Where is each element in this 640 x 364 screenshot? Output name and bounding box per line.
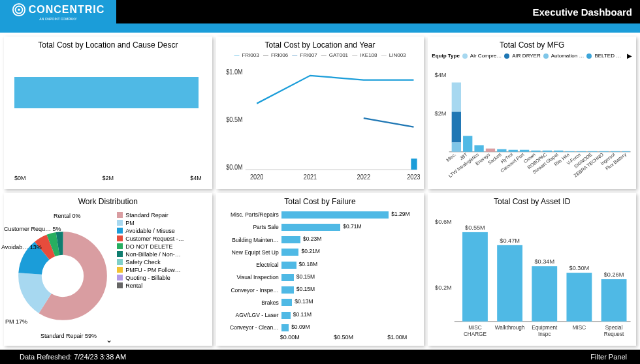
legend-swatch — [117, 220, 123, 226]
svg-text:2022: 2022 — [357, 173, 370, 181]
legend-item: PMFU - PM Follow… — [117, 266, 208, 274]
failure-name: AGV/LGV - Laser — [224, 312, 281, 318]
failure-bar — [281, 299, 293, 306]
hbar-chart: $0M $2M $4M — [8, 52, 208, 187]
legend-label: PMFU - PM Follow… — [125, 267, 181, 273]
svg-text:2020: 2020 — [250, 173, 263, 181]
mfg-chart: Equip Type Air Compre… AIR DRYER Automat… — [432, 52, 632, 187]
failure-row: Conveyor - Inspe…$0.15M — [224, 286, 421, 294]
legend-swatch — [117, 251, 123, 257]
failure-value: $0.11M — [293, 311, 312, 318]
legend-item: Quoting - Billable — [117, 274, 208, 282]
line-svg: $1.0M $0.5M $0.0M 2020 2021 2022 2023 — [220, 59, 421, 185]
failure-name: Conveyor - Clean… — [224, 324, 281, 331]
failure-name: Electrical — [224, 262, 281, 268]
mfg-svg: $4M $2M — [432, 59, 632, 185]
failure-name: Parts Sale — [224, 224, 281, 230]
failure-name: New Equipt Set Up — [224, 249, 281, 256]
failure-bar — [281, 324, 289, 331]
svg-text:$0.30M: $0.30M — [569, 265, 590, 271]
line-series-fri007 — [363, 118, 413, 127]
asset-bar — [498, 245, 523, 321]
svg-text:MISC: MISC — [573, 325, 586, 331]
svg-text:$0.34M: $0.34M — [535, 258, 555, 265]
card-title: Total Cost by Location and Cause Descr — [8, 39, 208, 52]
donut-chart: Rental 0% Customer Requ… 5% Avoidab… 13%… — [8, 209, 208, 343]
failure-value: $0.15M — [296, 273, 315, 280]
callout-rental: Rental 0% — [54, 213, 81, 219]
legend-label: Rental — [125, 282, 142, 289]
svg-text:$0.26M: $0.26M — [604, 271, 624, 278]
legend-more-icon[interactable]: ▶ — [627, 52, 632, 59]
asset-bar — [601, 279, 627, 322]
mfg-legend: Equip Type Air Compre… AIR DRYER Automat… — [432, 52, 632, 59]
x-tick: $0M — [14, 175, 26, 181]
svg-rect-30 — [611, 151, 620, 152]
card-cost-location-year[interactable]: Total Cost by Location and Year —FRI003 … — [216, 37, 424, 189]
svg-rect-26 — [566, 151, 575, 152]
filter-panel-button[interactable]: Filter Panel — [590, 353, 627, 361]
legend-item: Customer Request -… — [117, 235, 208, 243]
legend-label: PM — [125, 220, 135, 226]
line-chart: —FRI003 —FRI006 —FRI007 —GAT001 —IKE108 … — [220, 52, 421, 187]
x-tick: $4M — [190, 175, 202, 181]
legend-item: GAT001 — [329, 52, 348, 58]
card-cost-asset[interactable]: Total Cost by Asset ID $0.6M $0.2M $0.55… — [428, 193, 636, 346]
line-series-fri003 — [257, 76, 413, 104]
legend-swatch — [117, 282, 123, 288]
chevron-down-icon[interactable]: ⌄ — [106, 335, 112, 344]
legend-swatch — [117, 228, 123, 234]
card-cost-failure[interactable]: Total Cost by Failure Misc. Parts/Repair… — [216, 193, 424, 346]
x-tick: $0.50M — [334, 334, 353, 341]
svg-rect-20 — [498, 149, 507, 152]
line-legend: —FRI003 —FRI006 —FRI007 —GAT001 —IKE108 … — [220, 52, 421, 59]
legend-label: Customer Request -… — [125, 235, 184, 242]
svg-text:Special: Special — [605, 325, 623, 331]
svg-rect-14 — [452, 82, 461, 112]
card-title: Total Cost by Failure — [220, 196, 421, 209]
svg-text:$1.0M: $1.0M — [226, 68, 243, 76]
svg-text:Misc.: Misc. — [445, 152, 457, 163]
card-work-distribution[interactable]: Work Distribution Rental 0% Customer Req… — [4, 193, 212, 346]
hbar-bar — [14, 77, 199, 108]
legend-swatch — [586, 53, 592, 59]
failure-value: $1.29M — [391, 211, 409, 217]
svg-text:2021: 2021 — [303, 173, 316, 181]
callout-avoidable: Avoidab… 13% — [1, 244, 42, 250]
svg-text:2023: 2023 — [407, 173, 420, 181]
legend-swatch — [117, 235, 123, 241]
card-cost-mfg[interactable]: Total Cost by MFG Equip Type Air Compre…… — [428, 37, 636, 189]
legend-item: Air Compre… — [470, 53, 502, 59]
svg-rect-28 — [588, 151, 598, 152]
svg-rect-24 — [543, 151, 552, 152]
legend-swatch — [504, 53, 509, 59]
legend-swatch — [117, 212, 123, 218]
asset-bar — [462, 232, 488, 321]
dashboard-grid: Total Cost by Location and Cause Descr $… — [0, 33, 640, 350]
failure-row: Brakes$0.13M — [224, 298, 421, 307]
failure-bar — [281, 262, 296, 269]
footer: Data Refreshed: 7/24/23 3:38 AM Filter P… — [0, 350, 640, 364]
svg-rect-21 — [509, 150, 518, 152]
accent-bar — [0, 23, 640, 33]
card-title: Total Cost by Location and Year — [220, 39, 421, 52]
svg-text:$0.5M: $0.5M — [226, 115, 243, 123]
legend-label: Safety Check — [125, 259, 161, 265]
failure-value: $0.21M — [301, 248, 319, 254]
logo-text: CONCENTRIC — [29, 4, 105, 16]
failure-row: Conveyor - Clean…$0.09M — [224, 324, 421, 332]
svg-text:$0.2M: $0.2M — [435, 284, 452, 290]
legend-item: IKE108 — [360, 52, 377, 58]
svg-text:CHARGE: CHARGE — [464, 331, 487, 337]
svg-rect-16 — [452, 142, 461, 151]
svg-rect-25 — [554, 151, 563, 152]
failure-value: $0.13M — [295, 298, 313, 305]
logo-subtitle: AN ONPOINT COMPANY — [12, 17, 105, 21]
card-cost-location-cause[interactable]: Total Cost by Location and Cause Descr $… — [4, 37, 212, 189]
failure-bar — [281, 224, 341, 231]
failure-name: Visual Inspection — [224, 274, 281, 281]
asset-bar — [532, 266, 558, 322]
svg-text:Request: Request — [604, 331, 624, 337]
legend-label: Standard Repair — [125, 212, 168, 219]
failure-row: AGV/LGV - Laser$0.11M — [224, 311, 421, 320]
